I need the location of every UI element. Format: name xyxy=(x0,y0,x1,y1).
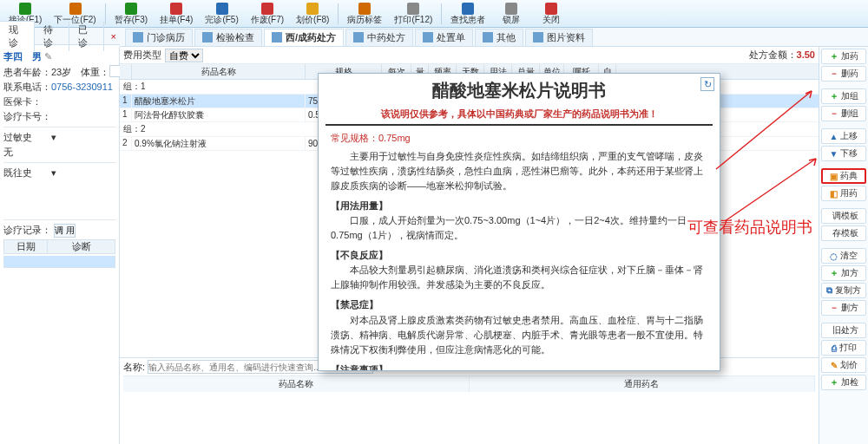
doc-tab-3[interactable]: 中药处方 xyxy=(345,29,413,46)
side-btn-3[interactable]: －删组 xyxy=(821,106,866,121)
fee-type-label: 费用类型 xyxy=(123,49,161,62)
patient-edit-icon[interactable]: ✎ xyxy=(44,51,52,62)
toolbar-3[interactable]: 挂单(F4) xyxy=(155,1,198,27)
patient-name: 李四 xyxy=(3,51,23,62)
age-label: 患者年龄： xyxy=(3,67,51,77)
col-diag: 诊断 xyxy=(48,240,115,253)
toolbar-10[interactable]: 锁屏 xyxy=(492,1,530,27)
doc-tab-1[interactable]: 检验检查 xyxy=(194,29,262,46)
fee-type-select[interactable]: 自费 xyxy=(165,49,203,62)
side-btn-11[interactable]: ＋加方 xyxy=(821,265,866,281)
side-btn-14[interactable]: 旧处方 xyxy=(821,323,866,338)
side-btn-10[interactable]: ◌清空 xyxy=(821,248,866,264)
col-drug-name: 药品名称 xyxy=(123,376,470,392)
grid-col-1: 药品名称 xyxy=(132,64,306,79)
patient-panel: 李四 男 ✎ 患者年龄：23岁 体重：kg 联系电话：0756-3230911 … xyxy=(0,47,120,444)
doc-tab-6[interactable]: 图片资料 xyxy=(525,29,593,46)
annotation-text: 可查看药品说明书 xyxy=(687,217,812,238)
record-load-button[interactable]: 调 用 xyxy=(54,224,76,238)
side-btn-9[interactable]: 存模板 xyxy=(821,225,866,241)
col-date: 日期 xyxy=(4,240,48,253)
action-sidebar: ＋加药－删药＋加组－删组▲上移▼下移▣药典◧用药调模板存模板◌清空＋加方⧉复制方… xyxy=(819,47,868,444)
side-btn-15[interactable]: ⎙打印 xyxy=(821,340,866,356)
side-btn-12[interactable]: ⧉复制方 xyxy=(821,283,866,298)
history-expand-icon[interactable]: ▾ xyxy=(51,167,56,178)
visit-label: 诊疗卡号： xyxy=(3,111,51,121)
toolbar-5[interactable]: 作废(F7) xyxy=(246,1,289,27)
doc-tab-5[interactable]: 其他 xyxy=(475,29,523,46)
side-btn-7[interactable]: ◧用药 xyxy=(821,186,866,201)
consult-status-tabs: 现诊 待诊 已诊 × xyxy=(0,28,120,45)
toolbar-9[interactable]: 查找患者 xyxy=(445,1,490,27)
side-btn-2[interactable]: ＋加组 xyxy=(821,88,866,104)
age-value: 23岁 xyxy=(51,67,71,77)
doc-tab-2[interactable]: 西/成药处方 xyxy=(264,29,344,46)
side-btn-1[interactable]: －删药 xyxy=(821,66,866,82)
popup-title: 醋酸地塞米松片说明书 xyxy=(432,79,606,102)
toolbar-7[interactable]: 病历标签 xyxy=(342,1,387,27)
popup-body: 常见规格：0.75mg 主要用于过敏性与自身免疫性炎症性疾病。如结缔组织病，严重… xyxy=(319,131,720,370)
doc-tab-4[interactable]: 处置单 xyxy=(415,29,473,46)
toolbar-6[interactable]: 划价(F8) xyxy=(291,1,334,27)
side-btn-13[interactable]: －删方 xyxy=(821,300,866,316)
col-generic-name: 通用药名 xyxy=(470,376,816,392)
drug-manual-popup: 醋酸地塞米松片说明书 ↻ 该说明仅供参考，具体以中国药典或厂家生产的药品说明书为… xyxy=(318,73,720,371)
toolbar-4[interactable]: 完诊(F5) xyxy=(200,1,243,27)
grid-col-0 xyxy=(120,64,132,79)
allergy-expand-icon[interactable]: ▾ xyxy=(51,132,56,142)
record-label: 诊疗记录： xyxy=(3,225,51,235)
refresh-icon[interactable]: ↻ xyxy=(700,77,714,91)
prescription-amount: 3.50 xyxy=(797,49,815,60)
side-btn-6[interactable]: ▣药典 xyxy=(821,168,866,184)
side-btn-5[interactable]: ▼下移 xyxy=(821,146,866,161)
side-btn-0[interactable]: ＋加药 xyxy=(821,49,866,64)
document-tabs: 门诊病历检验检查西/成药处方中药处方处置单其他图片资料 xyxy=(120,28,868,47)
history-label: 既往史 xyxy=(3,166,49,180)
side-btn-4[interactable]: ▲上移 xyxy=(821,128,866,144)
card-label: 医保卡： xyxy=(3,96,42,107)
allergy-value: 无 xyxy=(3,146,115,159)
close-icon[interactable]: × xyxy=(108,31,120,42)
toolbar-8[interactable]: 打印(F12) xyxy=(389,1,437,27)
toolbar-2[interactable]: 暂存(F3) xyxy=(109,1,153,27)
doc-tab-0[interactable]: 门诊病历 xyxy=(125,29,193,46)
allergy-label: 过敏史 xyxy=(3,131,49,144)
toolbar-11[interactable]: 关闭 xyxy=(532,1,570,27)
popup-disclaimer: 该说明仅供参考，具体以中国药典或厂家生产的药品说明书为准！ xyxy=(326,108,713,126)
side-btn-8[interactable]: 调模板 xyxy=(821,208,866,224)
main-toolbar: 接诊(F1)下一位(F2)暂存(F3)挂单(F4)完诊(F5)作废(F7)划价(… xyxy=(0,0,868,28)
side-btn-17[interactable]: ＋加检 xyxy=(821,375,866,390)
side-btn-16[interactable]: ✎划价 xyxy=(821,357,866,373)
record-row[interactable] xyxy=(3,256,115,268)
phone-value: 0756-3230911 xyxy=(51,82,113,92)
patient-sex: 男 xyxy=(32,51,42,62)
